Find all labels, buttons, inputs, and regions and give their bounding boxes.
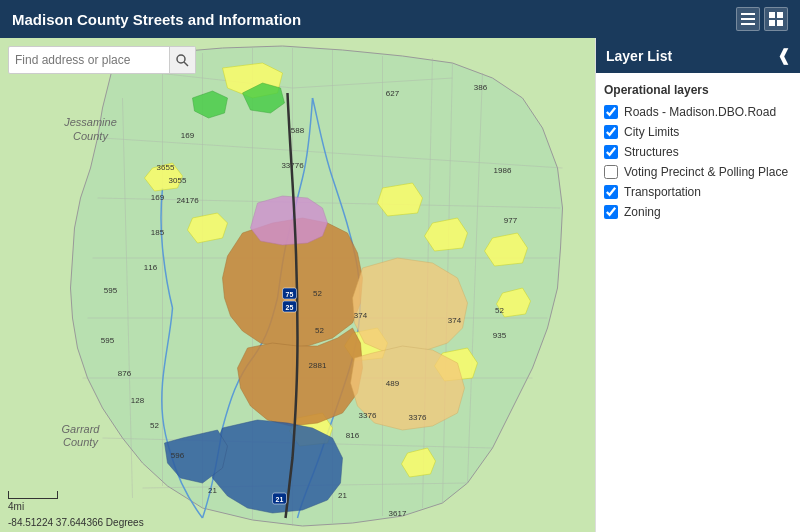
layer-panel: Layer List ❰ Operational layers Roads - …: [595, 38, 800, 532]
search-bar: [8, 46, 196, 74]
svg-text:County: County: [73, 130, 109, 142]
svg-line-8: [184, 62, 188, 66]
svg-text:374: 374: [354, 311, 368, 320]
layer-item-transportation: Transportation: [604, 185, 792, 199]
scale-label: 4mi: [8, 501, 24, 512]
svg-text:33776: 33776: [281, 161, 304, 170]
svg-rect-3: [769, 12, 775, 18]
coordinates: -84.51224 37.644366 Degrees: [8, 517, 144, 528]
search-button[interactable]: [169, 47, 195, 73]
search-input[interactable]: [9, 51, 169, 69]
grid-view-button[interactable]: [764, 7, 788, 31]
svg-text:3617: 3617: [389, 509, 407, 518]
layer-panel-body: Operational layers Roads - Madison.DBO.R…: [596, 73, 800, 532]
svg-rect-1: [741, 18, 755, 20]
svg-text:935: 935: [493, 331, 507, 340]
svg-text:876: 876: [118, 369, 132, 378]
layer-item-voting: Voting Precinct & Polling Place: [604, 165, 792, 179]
svg-text:75: 75: [286, 291, 294, 298]
map-container[interactable]: 75 25 21 169 627 386 1986 977 185 116: [0, 38, 595, 532]
svg-text:52: 52: [315, 326, 324, 335]
svg-text:128: 128: [131, 396, 145, 405]
svg-text:52: 52: [313, 289, 322, 298]
svg-text:816: 816: [346, 431, 360, 440]
layer-checkbox-city-limits[interactable]: [604, 125, 618, 139]
layer-checkbox-roads[interactable]: [604, 105, 618, 119]
scale-line: [8, 491, 58, 499]
svg-text:21: 21: [276, 496, 284, 503]
layer-label-voting: Voting Precinct & Polling Place: [624, 165, 788, 179]
svg-text:169: 169: [151, 193, 165, 202]
svg-text:595: 595: [104, 286, 118, 295]
svg-text:21: 21: [338, 491, 347, 500]
svg-text:Garrard: Garrard: [62, 423, 101, 435]
layer-checkbox-zoning[interactable]: [604, 205, 618, 219]
svg-rect-0: [741, 13, 755, 15]
svg-text:Jessamine: Jessamine: [63, 116, 117, 128]
svg-text:374: 374: [448, 316, 462, 325]
svg-text:3376: 3376: [409, 413, 427, 422]
header: Madison County Streets and Information: [0, 0, 800, 38]
svg-text:County: County: [63, 436, 99, 448]
svg-text:595: 595: [101, 336, 115, 345]
layer-label-zoning: Zoning: [624, 205, 661, 219]
layer-item-city-limits: City Limits: [604, 125, 792, 139]
svg-text:3655: 3655: [157, 163, 175, 172]
layer-label-structures: Structures: [624, 145, 679, 159]
svg-marker-31: [378, 183, 423, 216]
layer-items-container: Roads - Madison.DBO.RoadCity LimitsStruc…: [604, 105, 792, 219]
svg-text:185: 185: [151, 228, 165, 237]
scale-bar: 4mi: [8, 491, 58, 512]
svg-text:52: 52: [150, 421, 159, 430]
app: Madison County Streets and Information: [0, 0, 800, 532]
layer-item-zoning: Zoning: [604, 205, 792, 219]
content: 75 25 21 169 627 386 1986 977 185 116: [0, 38, 800, 532]
layer-checkbox-transportation[interactable]: [604, 185, 618, 199]
svg-rect-2: [741, 23, 755, 25]
svg-text:3055: 3055: [169, 176, 187, 185]
list-view-button[interactable]: [736, 7, 760, 31]
svg-text:116: 116: [144, 263, 158, 272]
svg-rect-5: [769, 20, 775, 26]
svg-text:25: 25: [286, 304, 294, 311]
svg-text:588: 588: [291, 126, 305, 135]
layer-checkbox-structures[interactable]: [604, 145, 618, 159]
layer-panel-header: Layer List ❰: [596, 38, 800, 73]
svg-text:21: 21: [208, 486, 217, 495]
svg-text:1986: 1986: [494, 166, 512, 175]
layer-checkbox-voting[interactable]: [604, 165, 618, 179]
svg-text:2881: 2881: [309, 361, 327, 370]
svg-text:596: 596: [171, 451, 185, 460]
layer-label-transportation: Transportation: [624, 185, 701, 199]
svg-rect-4: [777, 12, 783, 18]
coordinates-text: -84.51224 37.644366 Degrees: [8, 517, 144, 528]
map-svg: 75 25 21 169 627 386 1986 977 185 116: [0, 38, 595, 532]
svg-rect-6: [777, 20, 783, 26]
layer-label-roads: Roads - Madison.DBO.Road: [624, 105, 776, 119]
svg-text:627: 627: [386, 89, 400, 98]
svg-point-7: [177, 55, 185, 63]
svg-text:489: 489: [386, 379, 400, 388]
layer-item-roads: Roads - Madison.DBO.Road: [604, 105, 792, 119]
layer-item-structures: Structures: [604, 145, 792, 159]
svg-text:3376: 3376: [359, 411, 377, 420]
svg-text:169: 169: [181, 131, 195, 140]
svg-text:24176: 24176: [176, 196, 199, 205]
app-title: Madison County Streets and Information: [12, 11, 301, 28]
svg-text:52: 52: [495, 306, 504, 315]
layer-label-city-limits: City Limits: [624, 125, 679, 139]
layer-panel-close-button[interactable]: ❰: [777, 46, 790, 65]
layer-panel-title: Layer List: [606, 48, 672, 64]
svg-text:386: 386: [474, 83, 488, 92]
svg-marker-46: [251, 196, 328, 245]
svg-text:977: 977: [504, 216, 518, 225]
section-title: Operational layers: [604, 83, 792, 97]
header-icons: [736, 7, 788, 31]
